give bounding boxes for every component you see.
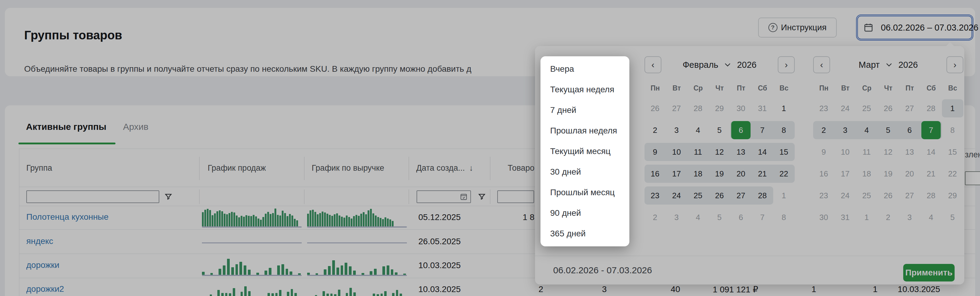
quick-range-menu: ВчераТекущая неделя7 днейПрошлая неделяТ… [541,56,629,246]
preset-item[interactable]: Вчера [541,59,629,79]
preset-item[interactable]: 7 дней [541,100,629,120]
modal-overlay[interactable] [0,0,980,296]
preset-item[interactable]: 90 дней [541,203,629,223]
preset-item[interactable]: Текущий месяц [541,141,629,162]
app-screen: Группы товаров Объединяйте товары в груп… [0,0,980,296]
preset-item[interactable]: Прошлый месяц [541,182,629,203]
preset-item[interactable]: Текущая неделя [541,79,629,100]
preset-item[interactable]: Прошлая неделя [541,120,629,141]
preset-item[interactable]: 365 дней [541,223,629,244]
preset-item[interactable]: 30 дней [541,162,629,182]
